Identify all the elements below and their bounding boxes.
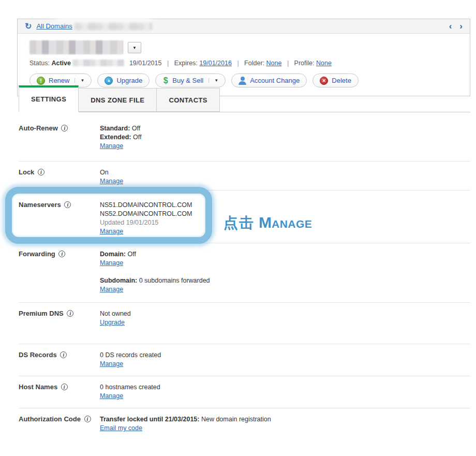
premium-dns-line-text: Not owned	[100, 310, 131, 317]
settings-row-auto-renew: Auto-Renew iStandard: OffExtended: OffMa…	[19, 112, 470, 161]
lock-value: OnManage	[100, 168, 123, 190]
host-names-info-icon[interactable]: i	[61, 384, 68, 390]
auto-renew-manage-link[interactable]: Manage	[100, 142, 123, 150]
domain-dropdown-button[interactable]: ▼	[128, 42, 141, 53]
authorization-code-email-my-code-link[interactable]: Email my code	[100, 424, 142, 432]
host-names-line: 0 hostnames created	[100, 383, 160, 392]
expires-date-link[interactable]: 19/01/2016	[199, 60, 232, 67]
tab-settings[interactable]: SETTINGS	[19, 85, 79, 112]
authorization-code-line: Email my code	[100, 424, 271, 433]
auto-renew-line: Extended: Off	[100, 133, 141, 142]
domains-navigation-bar: ↻ All Domains ‹ ›	[18, 19, 470, 34]
premium-dns-upgrade-link[interactable]: Upgrade	[100, 319, 125, 326]
forwarding-manage-link[interactable]: Manage	[100, 286, 123, 293]
nameservers-line-muted: Updated 19/01/2015	[100, 219, 158, 226]
annotation-manage-text: ANAGE	[272, 218, 312, 230]
settings-row-lock: Lock iOnManage	[19, 161, 470, 190]
created-date: 19/01/2015	[129, 60, 162, 67]
folder-label: Folder:	[244, 60, 264, 67]
premium-dns-label: Premium DNS i	[19, 310, 100, 344]
auto-renew-value: Standard: OffExtended: OffManage	[100, 124, 141, 161]
auto-renew-line-bold: Standard:	[100, 125, 130, 132]
host-names-line-text: 0 hostnames created	[100, 384, 160, 391]
redacted-created-blur	[72, 60, 124, 66]
lock-info-icon[interactable]: i	[38, 169, 44, 175]
blur-smudge	[53, 0, 153, 21]
caret-down-icon[interactable]: ▼	[209, 78, 218, 83]
settings-row-host-names: Host Names i0 hostnames createdManage	[19, 376, 470, 408]
settings-row-forwarding: Forwarding iDomain: OffManageSubdomain: …	[19, 243, 470, 302]
nameservers-value: NS51.DOMAINCONTROL.COMNS52.DOMAINCONTROL…	[100, 201, 192, 243]
domain-name-row: ▼	[29, 40, 459, 54]
nameservers-line: NS51.DOMAINCONTROL.COM	[100, 201, 192, 210]
folder-value-link[interactable]: None	[266, 60, 282, 67]
domain-status-line: Status: Active 19/01/2015 | Expires: 19/…	[29, 60, 459, 67]
separator: |	[284, 60, 292, 67]
forwarding-info-icon[interactable]: i	[58, 251, 65, 257]
delete-label: Delete	[332, 77, 351, 84]
all-domains-link[interactable]: All Domains	[36, 22, 72, 30]
nameservers-line: NS52.DOMAINCONTROL.COM	[100, 210, 192, 218]
forwarding-manage-link[interactable]: Manage	[100, 259, 123, 267]
separator: |	[233, 60, 242, 67]
redacted-domain-name-blur	[29, 40, 123, 54]
nameservers-manage-link[interactable]: Manage	[100, 228, 123, 235]
profile-label: Profile:	[294, 60, 315, 67]
ds-records-info-icon[interactable]: i	[60, 351, 67, 358]
authorization-code-line: Transfer locked until 21/03/2015: New do…	[100, 415, 271, 424]
nameservers-line: Manage	[100, 227, 192, 236]
settings-row-premium-dns: Premium DNS iNot ownedUpgrade	[19, 302, 470, 344]
settings-row-ds-records: DS Records i0 DS records createdManage	[19, 344, 470, 376]
forwarding-label: Forwarding i	[19, 250, 100, 302]
host-names-manage-link[interactable]: Manage	[100, 392, 123, 400]
ds-records-manage-link[interactable]: Manage	[100, 360, 123, 367]
blank-line	[100, 268, 210, 276]
status-value: Active	[51, 60, 71, 67]
buy-sell-label: Buy & Sell	[172, 77, 203, 84]
click-manage-annotation: 点击MANAGE	[224, 213, 312, 233]
premium-dns-value: Not ownedUpgrade	[100, 310, 131, 344]
auto-renew-line: Manage	[100, 142, 141, 151]
annotation-manage-text: M	[259, 214, 272, 231]
lock-line: Manage	[100, 177, 123, 186]
caret-down-icon[interactable]: ▼	[75, 78, 84, 83]
forwarding-line-bold: Domain:	[100, 251, 126, 258]
premium-dns-info-icon[interactable]: i	[67, 310, 73, 317]
ds-records-line: Manage	[100, 360, 161, 369]
ds-records-line: 0 DS records created	[100, 351, 161, 360]
domain-settings-page: ↻ All Domains ‹ › ▼ Status: Active 19/01…	[0, 0, 476, 456]
separator: |	[163, 60, 172, 67]
next-domain-icon[interactable]: ›	[459, 23, 463, 30]
forwarding-line-bold: Subdomain:	[100, 277, 137, 284]
lock-line: On	[100, 168, 123, 177]
refresh-icon[interactable]: ↻	[25, 23, 32, 30]
authorization-code-label: Authorization Code i	[19, 415, 100, 437]
tab-dns-zone-file[interactable]: DNS ZONE FILE	[79, 88, 157, 112]
auto-renew-line-bold: Extended:	[100, 134, 131, 141]
nameservers-line-text: NS51.DOMAINCONTROL.COM	[100, 201, 192, 209]
person-head-shape	[241, 77, 245, 81]
auto-renew-line: Standard: Off	[100, 124, 141, 133]
lock-label: Lock i	[19, 168, 100, 190]
forwarding-line: Manage	[100, 285, 210, 294]
authorization-code-line-bold: Transfer locked until 21/03/2015:	[100, 416, 199, 423]
nameservers-info-icon[interactable]: i	[64, 201, 71, 208]
settings-row-nameservers: 点击MANAGENameservers iNS51.DOMAINCONTROL.…	[19, 190, 470, 243]
settings-list: Auto-Renew iStandard: OffExtended: OffMa…	[19, 112, 470, 437]
previous-domain-icon[interactable]: ‹	[449, 23, 452, 30]
profile-value-link[interactable]: None	[316, 60, 332, 67]
forwarding-line: Domain: Off	[100, 250, 210, 259]
tab-contacts[interactable]: CONTACTS	[157, 88, 219, 112]
forwarding-line: Manage	[100, 259, 210, 268]
forwarding-line-text: Off	[126, 251, 136, 258]
lock-manage-link[interactable]: Manage	[100, 178, 123, 185]
nameservers-line-text: NS52.DOMAINCONTROL.COM	[100, 210, 192, 217]
ds-records-label: DS Records i	[19, 351, 100, 376]
authorization-code-info-icon[interactable]: i	[84, 416, 91, 422]
auto-renew-info-icon[interactable]: i	[61, 125, 68, 131]
premium-dns-line: Upgrade	[100, 318, 131, 327]
annotation-chinese-text: 点击	[224, 215, 255, 231]
auto-renew-line-text: Off	[131, 134, 141, 141]
premium-dns-line: Not owned	[100, 310, 131, 318]
ds-records-value: 0 DS records createdManage	[100, 351, 161, 376]
